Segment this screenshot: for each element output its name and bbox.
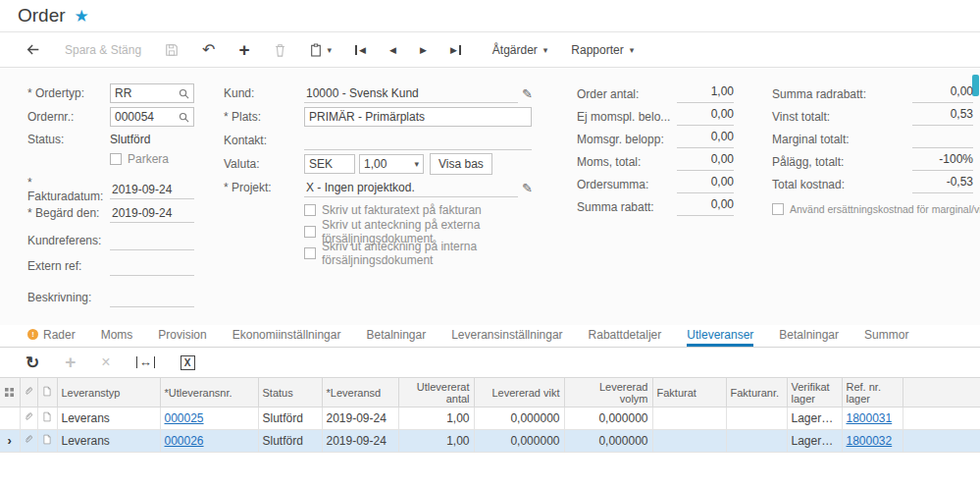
attachments-column-header[interactable] xyxy=(20,378,37,408)
go-first-button[interactable]: ◀ xyxy=(355,45,366,55)
use-replacement-cost-checkbox[interactable] xyxy=(772,203,784,215)
actions-menu-button[interactable]: Åtgärder ▾ xyxy=(492,43,548,57)
col-header-leveransd[interactable]: *Leveransd xyxy=(322,378,398,408)
grid-delete-button[interactable]: × xyxy=(101,354,110,370)
currency-rate-select[interactable]: 1,00 ▾ xyxy=(359,154,424,174)
cell-fakturanr[interactable] xyxy=(726,408,787,430)
row-selector-cell[interactable] xyxy=(0,408,20,430)
save-button[interactable] xyxy=(165,43,179,57)
col-header-ref-nr-lager[interactable]: Ref. nr. lager xyxy=(842,378,903,408)
col-header-antal[interactable]: Utlevererat antal xyxy=(398,378,474,408)
tab-utleveranser[interactable]: Utleveranser xyxy=(687,325,753,347)
tab-summor[interactable]: Summor xyxy=(864,325,908,347)
cell-ref-nr-lager[interactable]: 1800032 xyxy=(842,430,903,453)
edit-pencil-icon[interactable]: ✎ xyxy=(522,181,533,195)
kontakt-input[interactable] xyxy=(304,131,532,150)
col-header-fakturat[interactable]: Fakturat xyxy=(652,378,726,408)
grid-fit-width-button[interactable]: ↔ xyxy=(136,356,155,368)
col-header-volym[interactable]: Levererad volym xyxy=(564,378,652,408)
tab-betalningar-1[interactable]: Betalningar xyxy=(366,325,426,347)
go-next-button[interactable]: ▶ xyxy=(420,45,427,55)
magnifier-icon[interactable] xyxy=(179,88,189,99)
note-cell[interactable] xyxy=(37,430,57,453)
col-header-fakturanr[interactable]: Fakturanr. xyxy=(726,378,787,408)
grid-add-button[interactable]: + xyxy=(65,352,76,373)
col-header-utleveransnr[interactable]: *Utleveransnr. xyxy=(160,378,258,408)
cell-leveranstyp[interactable]: Leverans xyxy=(57,430,160,453)
plats-input[interactable]: PRIMÄR - Primärplats xyxy=(304,107,532,127)
cell-utleveransnr[interactable]: 000026 xyxy=(160,430,258,453)
print-note-internal-checkbox[interactable] xyxy=(304,247,316,259)
cell-status[interactable]: Slutförd xyxy=(258,430,322,453)
cell-ref-nr-lager[interactable]: 1800031 xyxy=(842,408,903,430)
add-button[interactable]: + xyxy=(238,39,249,61)
cell-leveransd[interactable]: 2019-09-24 xyxy=(322,408,398,430)
cell-volym[interactable]: 0,000000 xyxy=(564,408,652,430)
cell-fakturat[interactable] xyxy=(652,408,726,430)
col-header-leveranstyp[interactable]: Leveranstyp xyxy=(57,378,160,408)
visa-bas-button[interactable]: Visa bas xyxy=(430,153,492,175)
ref-nr-lager-link[interactable]: 1800031 xyxy=(847,411,893,425)
utleveransnr-link[interactable]: 000026 xyxy=(165,434,204,448)
beskrivning-input[interactable] xyxy=(110,288,194,307)
cell-volym[interactable]: 0,000000 xyxy=(564,430,652,453)
reports-menu-button[interactable]: Rapporter ▾ xyxy=(571,43,634,57)
ordertyp-input[interactable]: RR xyxy=(110,83,194,103)
extern-ref-input[interactable] xyxy=(110,256,194,276)
cell-antal[interactable]: 1,00 xyxy=(398,408,474,430)
col-header-status[interactable]: Status xyxy=(258,378,322,408)
cell-verifikat-lager[interactable]: Lagerä... xyxy=(787,408,842,430)
print-note-external-checkbox[interactable] xyxy=(304,226,316,238)
tab-moms[interactable]: Moms xyxy=(101,325,133,347)
attachment-cell[interactable] xyxy=(20,430,37,453)
cell-utleveransnr[interactable]: 000025 xyxy=(160,408,258,430)
tab-ekonomiinstallningar[interactable]: Ekonomiinställningar xyxy=(232,325,341,347)
cell-status[interactable]: Slutförd xyxy=(258,408,322,430)
table-row[interactable]: › Leverans 000026 Slutförd 2019-09-24 1,… xyxy=(0,430,980,453)
grid-refresh-button[interactable]: ↻ xyxy=(26,353,39,373)
tab-rabattdetaljer[interactable]: Rabattdetaljer xyxy=(589,325,662,347)
print-invoice-text-checkbox[interactable] xyxy=(304,204,316,216)
kund-input[interactable]: 10000 - Svensk Kund xyxy=(304,83,518,103)
currency-input[interactable]: SEK xyxy=(304,154,355,174)
side-panel-handle[interactable] xyxy=(972,75,979,96)
cell-fakturat[interactable] xyxy=(652,430,726,453)
save-close-button[interactable]: Spara & Stäng xyxy=(65,43,141,57)
projekt-input[interactable]: X - Ingen projektkod. xyxy=(304,178,518,197)
fakturadatum-input[interactable]: 2019-09-24 xyxy=(110,180,194,199)
attachment-cell[interactable] xyxy=(20,408,37,430)
cell-vikt[interactable]: 0,000000 xyxy=(474,408,564,430)
tab-rader[interactable]: ! Rader xyxy=(27,325,76,347)
table-row[interactable]: Leverans 000025 Slutförd 2019-09-24 1,00… xyxy=(0,408,980,430)
back-button[interactable] xyxy=(26,43,41,56)
col-header-vikt[interactable]: Levererad vikt xyxy=(474,378,564,408)
undo-button[interactable]: ↶ xyxy=(202,42,215,58)
cell-fakturanr[interactable] xyxy=(726,430,787,453)
ordernr-input[interactable]: 000054 xyxy=(110,107,194,127)
row-selector-header[interactable] xyxy=(0,378,20,408)
go-last-button[interactable]: ▶ xyxy=(450,45,461,55)
tab-betalningar-2[interactable]: Betalningar xyxy=(779,325,839,347)
cell-antal[interactable]: 1,00 xyxy=(398,430,474,453)
cell-leveranstyp[interactable]: Leverans xyxy=(57,408,160,430)
clipboard-menu-button[interactable]: ▾ xyxy=(310,43,333,57)
tab-provision[interactable]: Provision xyxy=(158,325,206,347)
edit-pencil-icon[interactable]: ✎ xyxy=(522,86,533,101)
note-cell[interactable] xyxy=(37,408,57,430)
cell-verifikat-lager[interactable]: Lagerä... xyxy=(787,430,842,453)
magnifier-icon[interactable] xyxy=(179,112,189,123)
grid-export-excel-button[interactable]: X xyxy=(181,355,195,370)
col-header-verifikat-lager[interactable]: Verifikat lager xyxy=(787,378,842,408)
utleveransnr-link[interactable]: 000025 xyxy=(165,411,204,425)
ref-nr-lager-link[interactable]: 1800032 xyxy=(847,434,893,448)
cell-vikt[interactable]: 0,000000 xyxy=(474,430,564,453)
delete-button[interactable] xyxy=(274,43,286,57)
parkera-checkbox[interactable] xyxy=(110,153,122,165)
kundreferens-input[interactable] xyxy=(110,231,194,250)
favorite-star-icon[interactable]: ★ xyxy=(75,8,89,25)
cell-leveransd[interactable]: 2019-09-24 xyxy=(322,430,398,453)
tab-leveransinstallningar[interactable]: Leveransinställningar xyxy=(451,325,562,347)
row-selector-cell[interactable]: › xyxy=(0,430,20,453)
go-prev-button[interactable]: ◀ xyxy=(389,45,396,55)
notes-column-header[interactable] xyxy=(37,378,57,408)
